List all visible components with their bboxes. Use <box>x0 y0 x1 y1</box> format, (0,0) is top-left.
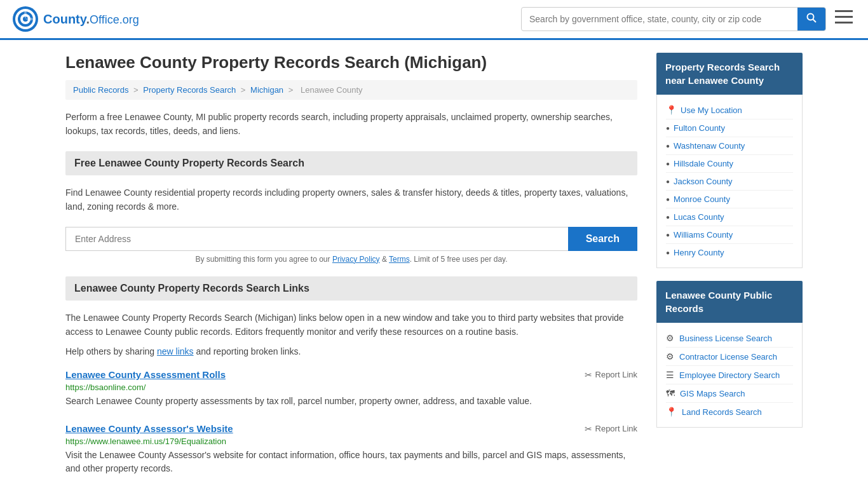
gis-maps-search-link[interactable]: 🗺 GIS Maps Search <box>666 384 793 403</box>
nearby-box-header: Property Records Search near Lenawee Cou… <box>656 53 803 95</box>
resource-item: Lenawee County Assessment Rolls ✂ Report… <box>65 369 637 408</box>
resource-desc-1: Search Lenawee County property assessmen… <box>65 395 637 408</box>
sidebar-item-jackson[interactable]: ● Jackson County <box>666 173 793 191</box>
dot-icon: ● <box>666 142 670 149</box>
global-search-bar <box>521 7 826 31</box>
nearby-box-content: 📍 Use My Location ● Fulton County ● Wash… <box>656 95 803 268</box>
contractor-license-icon: ⚙ <box>666 351 674 362</box>
dot-icon: ● <box>666 231 670 238</box>
page-title: Lenawee County Property Records Search (… <box>65 53 637 72</box>
sidebar-item-fulton[interactable]: ● Fulton County <box>666 119 793 137</box>
svg-rect-7 <box>835 10 853 12</box>
free-search-header: Free Lenawee County Property Records Sea… <box>65 151 637 175</box>
free-search-description: Find Lenawee County residential property… <box>65 186 637 214</box>
sidebar: Property Records Search near Lenawee Cou… <box>656 53 803 488</box>
svg-rect-8 <box>835 16 853 18</box>
global-search-input[interactable] <box>522 9 797 29</box>
sidebar-item-monroe[interactable]: ● Monroe County <box>666 191 793 208</box>
hamburger-menu-icon[interactable] <box>832 8 855 30</box>
address-input[interactable] <box>65 227 568 251</box>
links-section-header: Lenawee County Property Records Search L… <box>65 276 637 301</box>
sidebar-item-henry[interactable]: ● Henry County <box>666 244 793 261</box>
resource-title-1[interactable]: Lenawee County Assessment Rolls <box>65 369 226 380</box>
links-description: The Lenawee County Property Records Sear… <box>65 311 637 339</box>
dot-icon: ● <box>666 160 670 167</box>
employee-directory-icon: ☰ <box>666 370 674 380</box>
use-my-location[interactable]: 📍 Use My Location <box>666 101 793 119</box>
report-icon-1: ✂ <box>585 370 592 380</box>
svg-line-6 <box>813 20 817 23</box>
sidebar-item-williams[interactable]: ● Williams County <box>666 226 793 244</box>
gis-maps-icon: 🗺 <box>666 388 675 398</box>
public-records-box-header: Lenawee County Public Records <box>656 281 803 323</box>
public-records-box: Lenawee County Public Records ⚙ Business… <box>656 281 803 428</box>
sharing-note: Help others by sharing new links and rep… <box>65 346 637 356</box>
breadcrumb: Public Records > Property Records Search… <box>65 80 637 100</box>
sidebar-item-lucas[interactable]: ● Lucas County <box>666 208 793 226</box>
sidebar-item-washtenaw[interactable]: ● Washtenaw County <box>666 137 793 155</box>
page-description: Perform a free Lenawee County, MI public… <box>65 110 637 139</box>
breadcrumb-property-records[interactable]: Property Records Search <box>143 85 236 95</box>
report-link-2[interactable]: ✂ Report Link <box>585 424 637 434</box>
resource-item-2: Lenawee County Assessor's Website ✂ Repo… <box>65 423 637 475</box>
location-pin-icon: 📍 <box>666 105 677 115</box>
resource-desc-2: Visit the Lenawee County Assessor's webs… <box>65 449 637 475</box>
dot-icon: ● <box>666 249 670 256</box>
resource-header-2: Lenawee County Assessor's Website ✂ Repo… <box>65 423 637 434</box>
site-header: County.Office.org <box>0 0 868 40</box>
contractor-license-search-link[interactable]: ⚙ Contractor License Search <box>666 348 793 366</box>
breadcrumb-current: Lenawee County <box>301 85 363 95</box>
dot-icon: ● <box>666 178 670 185</box>
header-search-area <box>521 7 855 31</box>
resource-header: Lenawee County Assessment Rolls ✂ Report… <box>65 369 637 380</box>
resource-url-2[interactable]: https://www.lenawee.mi.us/179/Equalizati… <box>65 437 637 446</box>
global-search-button[interactable] <box>797 8 825 30</box>
privacy-policy-link[interactable]: Privacy Policy <box>332 255 380 264</box>
dot-icon: ● <box>666 214 670 220</box>
logo-icon <box>13 6 38 32</box>
terms-link[interactable]: Terms <box>389 255 410 264</box>
new-links-link[interactable]: new links <box>157 346 194 356</box>
svg-rect-9 <box>835 22 853 24</box>
resource-title-2[interactable]: Lenawee County Assessor's Website <box>65 423 233 434</box>
address-search-button[interactable]: Search <box>568 227 637 251</box>
employee-directory-search-link[interactable]: ☰ Employee Directory Search <box>666 366 793 384</box>
main-content: Lenawee County Property Records Search (… <box>65 53 637 488</box>
public-records-box-content: ⚙ Business License Search ⚙ Contractor L… <box>656 323 803 428</box>
resource-url-1[interactable]: https://bsaonline.com/ <box>65 383 637 392</box>
logo-text: County.Office.org <box>43 12 139 27</box>
report-link-1[interactable]: ✂ Report Link <box>585 370 637 380</box>
form-note: By submitting this form you agree to our… <box>65 255 637 264</box>
nearby-counties-box: Property Records Search near Lenawee Cou… <box>656 53 803 268</box>
address-search-area: Search By submitting this form you agree… <box>65 227 637 264</box>
land-records-icon: 📍 <box>666 407 677 417</box>
business-license-search-link[interactable]: ⚙ Business License Search <box>666 329 793 348</box>
dot-icon: ● <box>666 196 670 203</box>
address-search-row: Search <box>65 227 637 251</box>
land-records-search-link[interactable]: 📍 Land Records Search <box>666 403 793 421</box>
business-license-icon: ⚙ <box>666 333 674 343</box>
svg-point-5 <box>808 14 814 20</box>
breadcrumb-public-records[interactable]: Public Records <box>73 85 128 95</box>
breadcrumb-michigan[interactable]: Michigan <box>250 85 283 95</box>
sidebar-item-hillsdale[interactable]: ● Hillsdale County <box>666 155 793 173</box>
dot-icon: ● <box>666 125 670 132</box>
report-icon-2: ✂ <box>585 424 592 434</box>
logo[interactable]: County.Office.org <box>13 6 139 32</box>
main-container: Lenawee County Property Records Search (… <box>53 40 815 488</box>
